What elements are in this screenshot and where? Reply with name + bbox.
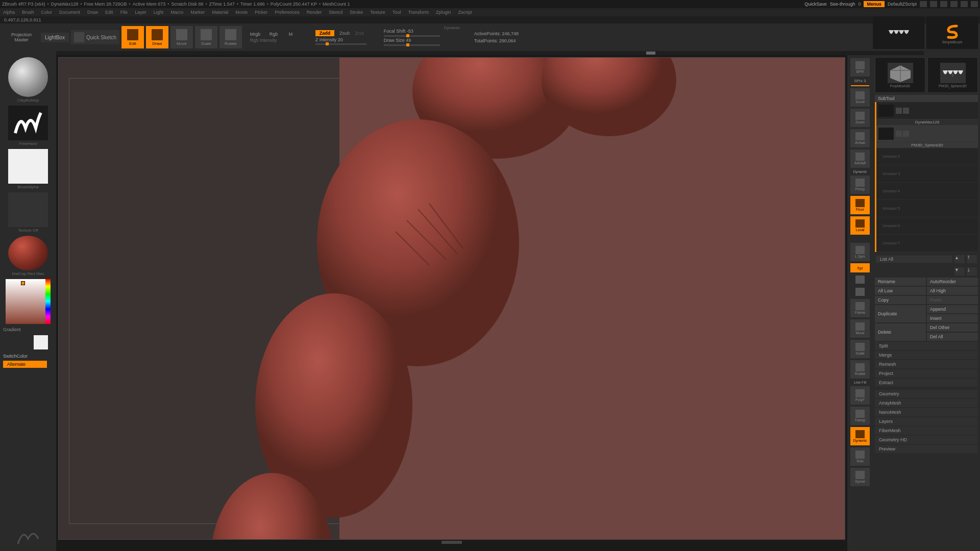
geometry-section[interactable]: Geometry <box>875 390 978 398</box>
paint-icon[interactable] <box>903 131 909 137</box>
window-icon[interactable] <box>920 1 927 7</box>
window-icon[interactable] <box>930 1 937 7</box>
fit-button[interactable] <box>850 287 870 297</box>
fibermesh-section[interactable]: FiberMesh <box>875 427 978 435</box>
window-icon[interactable] <box>940 1 947 7</box>
frame-button[interactable]: Frame <box>850 299 870 317</box>
rename-button[interactable]: Rename <box>875 278 926 286</box>
subtool-header[interactable]: SubTool <box>875 95 978 102</box>
del-all-button[interactable]: Del All <box>927 333 978 341</box>
close-icon[interactable] <box>971 1 978 7</box>
menu-item[interactable]: Stroke <box>350 10 363 15</box>
copy-button[interactable]: Copy <box>875 296 926 304</box>
menu-item[interactable]: Marker <box>190 10 205 15</box>
zadd-button[interactable]: Zadd <box>315 30 335 36</box>
merge-section[interactable]: Merge <box>875 351 978 359</box>
lsym-button[interactable]: L.Sym <box>850 243 870 261</box>
rgb-intensity-slider[interactable]: Rgb Intensity <box>250 38 303 43</box>
simple-brush[interactable]: SimpleBrush <box>926 16 978 49</box>
menu-item[interactable]: Transform <box>408 10 429 15</box>
paint-icon[interactable] <box>903 108 909 114</box>
color-picker[interactable] <box>6 279 51 324</box>
solo-button[interactable]: Solo <box>850 447 870 466</box>
menu-item[interactable]: Zplugin <box>436 10 451 15</box>
actual-button[interactable]: Actual <box>850 129 870 147</box>
subtool-item[interactable] <box>876 125 978 142</box>
rotate-nav-button[interactable]: Rotate <box>850 360 870 379</box>
subtool-item[interactable] <box>876 102 978 119</box>
xpose-button[interactable]: Xpose <box>850 468 870 486</box>
remesh-section[interactable]: Remesh <box>875 360 978 368</box>
all-high-button[interactable]: All High <box>927 287 978 295</box>
quick-sketch-button[interactable]: Quick Sketch <box>71 30 119 44</box>
move-top-button[interactable]: ⤒ <box>967 255 977 263</box>
quicksave-button[interactable]: QuickSave <box>804 2 827 7</box>
ghost-button[interactable]: Dynamic <box>850 427 870 445</box>
layers-section[interactable]: Layers <box>875 417 978 425</box>
geometry-hd-section[interactable]: Geometry HD <box>875 436 978 444</box>
canvas-scrollbar[interactable] <box>56 51 924 55</box>
visibility-icon[interactable] <box>896 131 902 137</box>
extract-section[interactable]: Extract <box>875 379 978 387</box>
z-intensity-slider[interactable]: Z Intensity 20 <box>315 37 366 45</box>
autoreorder-button[interactable]: AutoReorder <box>927 278 978 286</box>
move-button[interactable]: Move <box>170 26 193 48</box>
alpha-selector[interactable] <box>8 149 48 184</box>
nanomesh-section[interactable]: NanoMesh <box>875 408 978 416</box>
menu-item[interactable]: Render <box>307 10 322 15</box>
menu-item[interactable]: Zscript <box>458 10 472 15</box>
mrgb-button[interactable]: Mrgb <box>250 32 264 37</box>
focal-bar[interactable] <box>384 35 440 37</box>
switch-color-button[interactable]: SwitchColor <box>3 354 28 359</box>
menu-item[interactable]: Macro <box>170 10 183 15</box>
alternate-button[interactable]: Alternate <box>3 361 47 368</box>
default-zscript[interactable]: DefaultZScript <box>888 2 917 7</box>
scale-button[interactable]: Scale <box>195 26 217 48</box>
menu-item[interactable]: File <box>120 10 128 15</box>
draw-size-slider[interactable]: Draw Size 49 <box>384 38 440 43</box>
canvas-resize-handle[interactable] <box>442 541 462 544</box>
transp-button[interactable]: Transp <box>850 407 870 425</box>
menu-item[interactable]: Document <box>59 10 80 15</box>
zcut-button[interactable]: Zcut <box>355 31 364 36</box>
menu-item[interactable]: Stencil <box>329 10 342 15</box>
draw-button[interactable]: Draw <box>146 26 168 48</box>
move-down-button[interactable]: ▼ <box>954 267 965 276</box>
append-button[interactable]: Append <box>927 305 978 313</box>
color-cursor[interactable] <box>21 281 25 285</box>
menu-item[interactable]: Picker <box>255 10 267 15</box>
paste-button[interactable]: Paste <box>927 296 978 304</box>
tool-thumb[interactable]: 2 PM3D_Sphere3D <box>927 57 978 93</box>
menu-item[interactable]: Alpha <box>3 10 15 15</box>
visibility-icon[interactable] <box>896 108 902 114</box>
delete-button[interactable]: Delete <box>875 323 926 341</box>
menu-item[interactable]: Preferences <box>275 10 300 15</box>
zoom-button[interactable]: Zoom <box>850 109 870 127</box>
preview-section[interactable]: Preview <box>875 445 978 453</box>
menu-item[interactable]: Draw <box>87 10 98 15</box>
menu-item[interactable]: Color <box>41 10 53 15</box>
maximize-icon[interactable] <box>961 1 968 7</box>
spix-slider[interactable]: SPix 3 <box>854 79 866 83</box>
menus-button[interactable]: Menus <box>864 1 885 7</box>
split-section[interactable]: Split <box>875 342 978 350</box>
edit-button[interactable]: Edit <box>121 26 144 48</box>
brush-selector[interactable] <box>8 57 48 97</box>
center-button[interactable] <box>850 274 870 285</box>
rotate-button[interactable]: Rotate <box>219 26 242 48</box>
menu-item[interactable]: Light <box>154 10 164 15</box>
texture-selector[interactable] <box>8 192 48 227</box>
minimize-icon[interactable] <box>950 1 958 7</box>
lightbox-button[interactable]: LightBox <box>41 33 69 42</box>
menu-item[interactable]: Tool <box>393 10 401 15</box>
scale-nav-button[interactable]: Scale <box>850 340 870 358</box>
local-button[interactable]: Local <box>850 216 870 235</box>
bpr-button[interactable]: BPR <box>850 58 870 77</box>
current-tool[interactable] <box>873 16 924 49</box>
menu-item[interactable]: Edit <box>105 10 113 15</box>
focal-shift-slider[interactable]: Focal Shift -53 <box>384 29 440 34</box>
insert-button[interactable]: Insert <box>927 314 978 322</box>
all-low-button[interactable]: All Low <box>875 287 926 295</box>
projection-master-button[interactable]: Projection Master <box>4 32 39 42</box>
del-other-button[interactable]: Del Other <box>927 323 978 332</box>
